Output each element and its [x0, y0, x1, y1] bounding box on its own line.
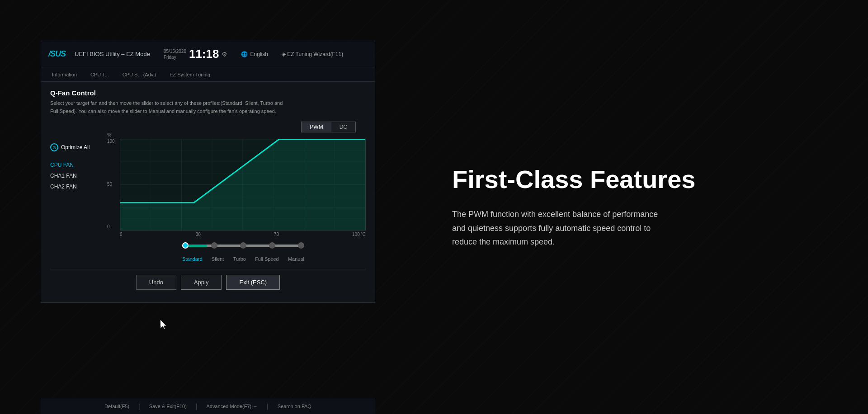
slider-dot-turbo[interactable]	[240, 242, 246, 249]
slider-dots	[182, 242, 304, 249]
language-section[interactable]: 🌐 English	[241, 51, 268, 57]
x-70: 70	[274, 232, 279, 237]
slider-section: Standard Silent Turbo Full Speed Manual	[107, 238, 366, 265]
qfan-title: Q-Fan Control	[50, 89, 366, 97]
undo-button[interactable]: Undo	[136, 275, 176, 290]
divider-3: |	[267, 403, 269, 410]
asus-logo: /SUS	[48, 49, 66, 59]
fan-item-cpu[interactable]: CPU FAN	[50, 160, 100, 169]
tab-cpu-s[interactable]: CPU S... (Adv.)	[116, 70, 162, 79]
status-default[interactable]: Default(F5)	[104, 404, 129, 409]
label-standard: Standard	[182, 256, 203, 262]
bios-nav: Information CPU T... CPU S... (Adv.) EZ …	[41, 67, 375, 82]
tab-information[interactable]: Information	[46, 70, 83, 79]
chart-svg	[120, 139, 365, 230]
pwm-button[interactable]: PWM	[302, 122, 331, 132]
slider-dot-manual[interactable]	[298, 242, 304, 249]
optimize-all-label: Optimize All	[61, 144, 90, 151]
marketing-panel: First-Class Features The PWM function wi…	[416, 0, 868, 414]
pwm-dc-toggle[interactable]: PWM DC	[301, 122, 356, 132]
divider-2: |	[196, 403, 198, 410]
bios-title: UEFI BIOS Utility – EZ Mode	[75, 51, 150, 57]
chart-canvas	[120, 139, 366, 231]
ez-tuning-label: EZ Tuning Wizard(F11)	[287, 51, 343, 57]
slider-labels: Standard Silent Turbo Full Speed Manual	[182, 256, 304, 262]
slider-dot-standard[interactable]	[182, 242, 189, 249]
y-100: 100	[107, 139, 120, 144]
bios-panel: /SUS UEFI BIOS Utility – EZ Mode 05/15/2…	[41, 41, 375, 303]
language-label: English	[250, 51, 268, 57]
bios-clock: 11:18	[189, 47, 219, 61]
tuning-icon: ◈	[282, 51, 286, 57]
optimize-icon: ⊙	[50, 143, 58, 151]
bios-date: 05/15/2020 Friday	[164, 48, 186, 60]
bottom-buttons: Undo Apply Exit (ESC)	[50, 269, 366, 295]
content-row: ⊙ Optimize All CPU FAN CHA1 FAN CHA2 FAN…	[50, 139, 366, 265]
x-30: 30	[196, 232, 201, 237]
fan-item-cha1[interactable]: CHA1 FAN	[50, 171, 100, 180]
label-fullspeed: Full Speed	[255, 256, 279, 262]
tab-cpu-t[interactable]: CPU T...	[84, 70, 115, 79]
slider-dot-silent[interactable]	[211, 242, 217, 249]
y-50: 50	[107, 182, 120, 187]
label-turbo: Turbo	[233, 256, 246, 262]
apply-button[interactable]: Apply	[181, 275, 222, 290]
label-manual: Manual	[288, 256, 304, 262]
status-search[interactable]: Search on FAQ	[278, 404, 311, 409]
exit-button[interactable]: Exit (ESC)	[226, 275, 280, 290]
marketing-title: First-Class Features	[452, 165, 832, 194]
marketing-desc: The PWM function with excellent balance …	[452, 207, 669, 249]
tab-ez-system[interactable]: EZ System Tuning	[163, 70, 217, 79]
dc-button[interactable]: DC	[331, 122, 355, 132]
x-100: 100 °C	[352, 232, 366, 237]
qfan-area: Q-Fan Control Select your target fan and…	[41, 82, 375, 302]
y-0: 0	[107, 224, 120, 229]
y-unit: %	[107, 132, 111, 137]
fan-list: ⊙ Optimize All CPU FAN CHA1 FAN CHA2 FAN	[50, 139, 100, 265]
bios-header: /SUS UEFI BIOS Utility – EZ Mode 05/15/2…	[41, 41, 375, 67]
globe-icon: 🌐	[241, 51, 248, 57]
divider-1: |	[138, 403, 140, 410]
status-bar: Default(F5) | Save & Exit(F10) | Advance…	[41, 398, 375, 414]
fan-item-cha2[interactable]: CHA2 FAN	[50, 182, 100, 191]
slider-dot-fullspeed[interactable]	[269, 242, 275, 249]
optimize-all-button[interactable]: ⊙ Optimize All	[50, 143, 100, 151]
status-advanced[interactable]: Advanced Mode(F7)|→	[207, 404, 258, 409]
chart-wrapper: % 100 50 0	[107, 139, 366, 238]
chart-container: % 100 50 0	[107, 139, 366, 265]
status-save[interactable]: Save & Exit(F10)	[149, 404, 187, 409]
gear-icon[interactable]: ⚙	[222, 51, 227, 58]
label-silent: Silent	[212, 256, 224, 262]
ez-tuning[interactable]: ◈ EZ Tuning Wizard(F11)	[282, 51, 343, 57]
qfan-desc: Select your target fan and then move the…	[50, 99, 285, 115]
slider-track	[182, 245, 304, 247]
x-0: 0	[120, 232, 123, 237]
time-section: 05/15/2020 Friday 11:18 ⚙	[164, 47, 228, 61]
